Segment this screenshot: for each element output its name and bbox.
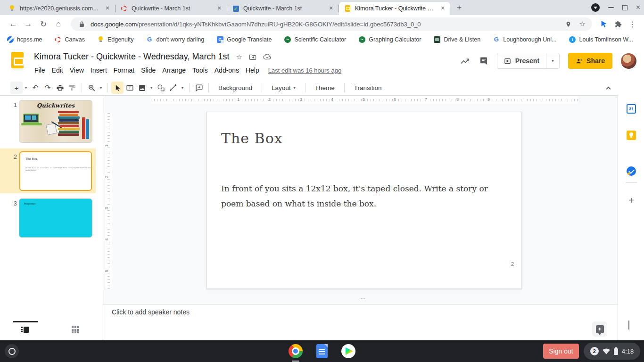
star-document-icon[interactable]: ☆ [236, 53, 242, 61]
bookmark-canvas[interactable]: Canvas [55, 36, 85, 43]
background-button[interactable]: Background [212, 82, 258, 93]
back-button[interactable]: ← [7, 17, 20, 31]
menu-file[interactable]: File [31, 65, 49, 75]
tab-close-icon[interactable]: × [439, 5, 446, 12]
minimize-button[interactable] [608, 7, 614, 8]
insert-image-button[interactable] [136, 82, 148, 94]
insert-comment-button[interactable] [193, 82, 205, 94]
bookmark-google-translate[interactable]: GGoogle Translate [216, 36, 272, 43]
bookmark-loughborough[interactable]: GLoughborough Uni... [493, 36, 556, 43]
present-button[interactable]: Present [497, 57, 546, 65]
calculator-favicon-icon: ~ [284, 36, 291, 43]
text-box-button[interactable] [124, 82, 136, 94]
bookmark-hcpss[interactable]: hcpss.me [7, 36, 42, 43]
menu-insert[interactable]: Insert [87, 65, 110, 75]
menu-tools[interactable]: Tools [189, 65, 211, 75]
forward-button[interactable]: → [22, 17, 35, 31]
select-tool-button[interactable] [111, 82, 124, 94]
menu-slide[interactable]: Slide [138, 65, 159, 75]
slide-body-textbox[interactable]: In front of you sits a 12x12 box, it's t… [221, 181, 509, 211]
tab-quickwrite-2[interactable]: ✓ Quickwrite - March 1st × [227, 2, 339, 15]
new-tab-button[interactable]: + [453, 2, 465, 14]
home-button[interactable]: ⌂ [52, 17, 65, 31]
google-keep-icon[interactable] [627, 131, 636, 140]
zoom-button[interactable] [85, 82, 98, 94]
bookmark-scientific-calculator[interactable]: ~Scientific Calculator [284, 36, 346, 43]
print-button[interactable] [54, 82, 66, 94]
address-bar[interactable]: docs.google.com/presentation/d/1qks-yNTs… [71, 17, 592, 31]
expand-panel-button[interactable] [628, 321, 629, 329]
bookmark-louis-tomlinson[interactable]: tLouis Tomlinson W... [569, 36, 633, 43]
menu-addons[interactable]: Add-ons [211, 65, 242, 75]
theme-button[interactable]: Theme [309, 82, 341, 93]
google-tasks-icon[interactable] [627, 166, 636, 176]
bookmark-star-icon[interactable]: ☆ [577, 19, 587, 29]
speaker-notes[interactable]: Click to add speaker notes [103, 304, 618, 320]
tab-close-icon[interactable]: × [215, 5, 223, 12]
new-slide-button[interactable]: + [10, 82, 23, 94]
tab-geniussis[interactable]: https://e2020.geniussis.com/FE × [4, 2, 115, 15]
close-window-button[interactable]: × [636, 4, 640, 11]
insert-line-button[interactable] [167, 82, 179, 94]
document-title[interactable]: Kimora Tucker - Quickwrite - Wednesday, … [34, 52, 229, 62]
cursor-extension-icon[interactable] [598, 18, 610, 30]
slide-thumbnail-1[interactable]: Quickwrites [19, 100, 92, 143]
paint-format-button[interactable] [66, 82, 78, 94]
comments-icon[interactable] [479, 57, 488, 66]
share-button[interactable]: Share [568, 53, 612, 69]
slide-title-textbox[interactable]: The Box [221, 130, 283, 147]
zoom-caret-icon[interactable]: ▾ [98, 82, 104, 94]
slide-thumbnail-2-selected[interactable]: The Box In front of you sits a 12x12 box… [19, 151, 92, 191]
line-caret-icon[interactable]: ▾ [179, 82, 186, 94]
undo-button[interactable]: ↶ [29, 82, 41, 94]
menu-edit[interactable]: Edit [49, 65, 66, 75]
current-slide[interactable]: The Box In front of you sits a 12x12 box… [206, 112, 522, 289]
bookmark-edgenuity[interactable]: Edgenuity [97, 36, 134, 43]
location-pin-icon[interactable] [563, 19, 573, 29]
slides-logo-icon[interactable] [11, 52, 24, 68]
panel-divider [626, 182, 637, 183]
sign-out-button[interactable]: Sign out [543, 344, 579, 359]
menu-arrange[interactable]: Arrange [159, 65, 189, 75]
filmstrip-view-button[interactable] [21, 326, 29, 333]
bookmark-graphing-calculator[interactable]: ~Graphing Calculator [358, 36, 421, 43]
extensions-puzzle-icon[interactable] [612, 18, 624, 30]
restore-button[interactable] [622, 5, 627, 10]
get-addons-button[interactable]: + [627, 196, 636, 205]
chrome-app-icon[interactable] [288, 344, 303, 359]
transition-button[interactable]: Transition [348, 82, 388, 93]
present-dropdown-button[interactable]: ▾ [546, 53, 559, 69]
image-caret-icon[interactable]: ▾ [148, 82, 155, 94]
reload-button[interactable]: ↻ [37, 17, 50, 31]
activity-trend-icon[interactable] [460, 57, 471, 65]
move-to-folder-icon[interactable] [249, 54, 256, 60]
browser-menu-icon[interactable] [591, 3, 600, 12]
explore-button[interactable] [592, 321, 607, 337]
tab-slides-active[interactable]: Kimora Tucker - Quickwrite - Wednesday, … [339, 2, 450, 15]
status-tray[interactable]: 2 4:18 [584, 343, 640, 360]
browser-overflow-menu-icon[interactable]: ⋮ [626, 18, 638, 30]
menu-view[interactable]: View [66, 65, 87, 75]
hide-menus-button[interactable] [604, 84, 612, 91]
menu-help[interactable]: Help [242, 65, 263, 75]
last-edit-link[interactable]: Last edit was 16 hours ago [268, 67, 341, 74]
notes-resize-handle[interactable]: ⋯ [355, 296, 372, 302]
insert-shape-button[interactable] [155, 82, 167, 94]
account-avatar[interactable] [621, 53, 636, 69]
play-store-app-icon[interactable] [341, 344, 356, 359]
cloud-saved-icon[interactable] [263, 54, 272, 60]
menu-format[interactable]: Format [110, 65, 138, 75]
google-calendar-icon[interactable]: 31 [627, 104, 636, 114]
launcher-button[interactable] [5, 344, 19, 358]
tab-quickwrite-1[interactable]: Quickwrite - March 1st × [116, 2, 227, 15]
grid-view-button[interactable] [72, 326, 79, 333]
tab-close-icon[interactable]: × [327, 5, 335, 12]
bookmark-dont-worry-darling[interactable]: Gdon't worry darling [146, 36, 205, 43]
docs-app-icon[interactable] [314, 344, 330, 359]
bookmark-drive-listen[interactable]: Drive & Listen [433, 36, 480, 43]
slide-thumbnail-3[interactable]: Response: [19, 198, 92, 238]
tab-close-icon[interactable]: × [104, 5, 111, 12]
redo-button[interactable]: ↷ [41, 82, 54, 94]
new-slide-caret-icon[interactable]: ▾ [23, 82, 29, 94]
layout-button[interactable]: Layout▾ [265, 82, 302, 93]
